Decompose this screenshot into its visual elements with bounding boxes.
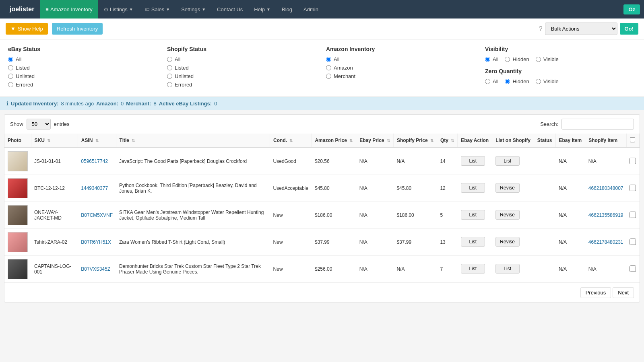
select-all-checkbox[interactable] xyxy=(630,137,635,142)
vis-hidden-option[interactable]: Hidden xyxy=(505,56,529,62)
ebay-action-button[interactable]: List xyxy=(461,264,485,274)
info-bar: ℹ Updated Inventory: 8 minutes ago Amazo… xyxy=(0,97,644,110)
col-qty[interactable]: Qty ⇅ xyxy=(437,134,457,148)
amazon-merchant-option[interactable]: Merchant xyxy=(326,73,477,79)
next-button[interactable]: Next xyxy=(613,287,634,298)
search-input[interactable] xyxy=(561,119,634,130)
ebay-action-cell: List xyxy=(458,229,492,256)
shopify-unlisted-option[interactable]: Unlisted xyxy=(167,73,318,79)
chevron-down-icon: ▼ xyxy=(202,7,206,12)
asin-link[interactable]: B07R6YH51X xyxy=(81,239,111,245)
asin-link[interactable]: 1449340377 xyxy=(81,185,108,191)
shopify-item-link[interactable]: 4662135586919 xyxy=(588,212,623,218)
vis-all-option[interactable]: All xyxy=(485,56,498,62)
col-ebay-price[interactable]: Ebay Price ⇅ xyxy=(356,134,394,148)
shopify-action-button[interactable]: Revise xyxy=(495,237,520,247)
ebay-action-button[interactable]: List xyxy=(461,210,485,220)
avatar-button[interactable]: Oz xyxy=(623,4,640,14)
ebay-action-button[interactable]: List xyxy=(461,183,485,193)
shopify-action-button[interactable]: Revise xyxy=(495,210,520,220)
amazon-amazon-option[interactable]: Amazon xyxy=(326,65,477,71)
zq-hidden-option[interactable]: Hidden xyxy=(505,78,529,84)
shopify-price-cell: $45.80 xyxy=(393,175,437,202)
shopify-errored-option[interactable]: Errored xyxy=(167,82,318,88)
nav-listings[interactable]: ⊙ Listings ▼ xyxy=(98,0,139,19)
shopify-item-value: N/A xyxy=(588,266,597,272)
row-checkbox[interactable] xyxy=(630,212,636,218)
row-checkbox[interactable] xyxy=(630,158,636,164)
ebay-errored-option[interactable]: Errored xyxy=(8,82,159,88)
zq-visible-option[interactable]: Visible xyxy=(536,78,559,84)
row-checkbox[interactable] xyxy=(630,265,636,272)
help-icon[interactable]: ? xyxy=(539,25,543,33)
merchant-count: 8 xyxy=(153,101,156,107)
zq-all-option[interactable]: All xyxy=(485,78,498,84)
amazon-inventory-filter: Amazon Inventory All Amazon Merchant xyxy=(326,46,477,90)
nav-amazon-inventory[interactable]: ≡ Amazon Inventory xyxy=(40,0,98,19)
asin-link[interactable]: B07VXS345Z xyxy=(81,266,110,272)
shopify-item-cell: 4662178480231 xyxy=(585,229,627,256)
photo-cell xyxy=(4,229,31,256)
ebay-action-button[interactable]: List xyxy=(461,156,485,166)
asin-link[interactable]: B07CM5XVNF xyxy=(81,212,113,218)
previous-button[interactable]: Previous xyxy=(580,287,611,298)
visibility-row1: All Hidden Visible xyxy=(485,56,636,62)
product-thumbnail xyxy=(8,259,28,279)
ebay-action-button[interactable]: List xyxy=(461,237,485,247)
table-container: Show 10 25 50 100 entries Search: Photo … xyxy=(4,114,640,302)
inventory-table: Photo SKU ⇅ ASIN ⇅ Title ⇅ Cond. ⇅ Amazo… xyxy=(4,134,640,283)
shopify-action-button[interactable]: Revise xyxy=(495,183,520,193)
ebay-listed-option[interactable]: Listed xyxy=(8,65,159,71)
col-cond[interactable]: Cond. ⇅ xyxy=(270,134,312,148)
chevron-down-icon: ▼ xyxy=(166,7,170,12)
brand-logo[interactable]: joelister xyxy=(4,0,40,19)
nav-sales[interactable]: 🏷 Sales ▼ xyxy=(139,0,175,19)
col-shopify-price[interactable]: Shopify Price ⇅ xyxy=(393,134,437,148)
col-sku[interactable]: SKU ⇅ xyxy=(31,134,78,148)
nav-icon-amazon: ≡ xyxy=(45,6,49,12)
nav-admin[interactable]: Admin xyxy=(298,0,324,19)
qty-cell: 5 xyxy=(437,202,457,229)
search-label: Search: xyxy=(540,121,558,127)
shopify-listed-option[interactable]: Listed xyxy=(167,65,318,71)
asin-link[interactable]: 0596517742 xyxy=(81,158,108,164)
nav-help[interactable]: Help ▼ xyxy=(248,0,276,19)
table-row: Tshirt-ZARA-02 B07R6YH51X Zara Women's R… xyxy=(4,229,640,256)
shopify-all-option[interactable]: All xyxy=(167,56,318,62)
sort-icon: ⇅ xyxy=(289,138,293,143)
entries-select[interactable]: 10 25 50 100 xyxy=(27,119,51,130)
asin-cell: B07CM5XVNF xyxy=(78,202,116,229)
photo-cell xyxy=(4,148,31,175)
shopify-item-link[interactable]: 4662180348007 xyxy=(588,185,623,191)
visibility-title: Visibility xyxy=(485,46,636,52)
refresh-inventory-button[interactable]: Refresh Inventory xyxy=(52,23,103,35)
shopify-action-button[interactable]: List xyxy=(495,264,520,274)
shopify-action-button[interactable]: List xyxy=(495,156,520,166)
vis-visible-option[interactable]: Visible xyxy=(536,56,559,62)
go-button[interactable]: Go! xyxy=(620,23,638,35)
title-cell: SITKA Gear Men's Jetstream Windstopper W… xyxy=(116,202,270,229)
ebay-price-cell: N/A xyxy=(356,256,394,283)
ebay-status-filter: eBay Status All Listed Unlisted Errored xyxy=(8,46,159,90)
col-asin[interactable]: ASIN ⇅ xyxy=(78,134,116,148)
bulk-actions-select[interactable]: Bulk Actions List on eBay List on Shopif… xyxy=(545,23,617,35)
nav-contact-us[interactable]: Contact Us xyxy=(211,0,248,19)
col-amazon-price[interactable]: Amazon Price ⇅ xyxy=(312,134,356,148)
nav-settings[interactable]: Settings ▼ xyxy=(175,0,211,19)
col-ebay-item: Ebay Item xyxy=(555,134,585,148)
sort-icon: ⇅ xyxy=(387,138,390,143)
row-checkbox[interactable] xyxy=(630,185,636,191)
col-title[interactable]: Title ⇅ xyxy=(116,134,270,148)
shopify-item-link[interactable]: 4662178480231 xyxy=(588,239,623,245)
show-help-button[interactable]: ▼ Show Help xyxy=(6,23,48,35)
shopify-price-cell: $37.99 xyxy=(393,229,437,256)
qty-cell: 14 xyxy=(437,148,457,175)
ebay-price-cell: N/A xyxy=(356,229,394,256)
ebay-unlisted-option[interactable]: Unlisted xyxy=(8,73,159,79)
row-checkbox[interactable] xyxy=(630,239,636,245)
ebay-all-option[interactable]: All xyxy=(8,56,159,62)
asin-cell: B07VXS345Z xyxy=(78,256,116,283)
amazon-all-option[interactable]: All xyxy=(326,56,477,62)
nav-blog[interactable]: Blog xyxy=(276,0,298,19)
row-checkbox-cell xyxy=(626,175,639,202)
